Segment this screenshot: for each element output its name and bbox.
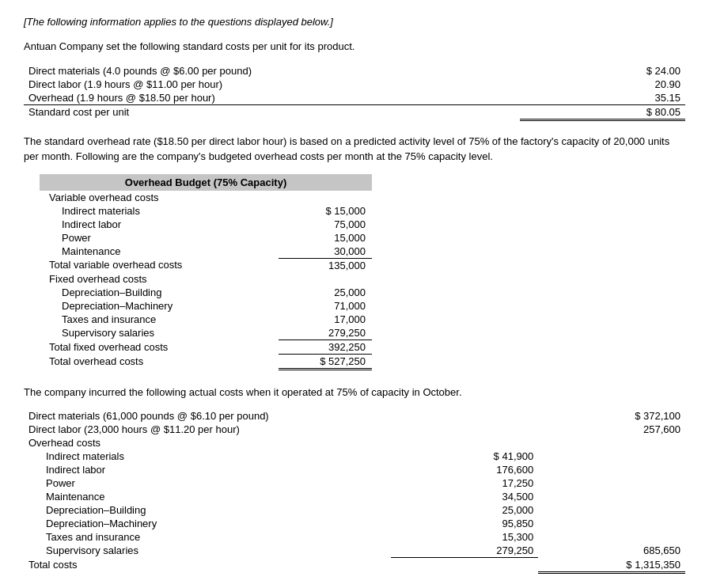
- act-dm-mid: [391, 409, 538, 423]
- var-total-value: 135,000: [279, 258, 372, 272]
- act-dl-mid: [391, 423, 538, 436]
- intro-text: [The following information applies to th…: [24, 16, 685, 28]
- act-oh-3-label: Power: [24, 476, 391, 490]
- table-row: Indirect labor 75,000: [40, 218, 372, 231]
- act-oh-4-label: Maintenance: [24, 490, 391, 503]
- var-item-2-label: Indirect labor: [40, 218, 279, 231]
- table-row: Depreciation–Building 25,000: [24, 503, 685, 517]
- overhead-rate-text: The standard overhead rate ($18.50 per d…: [24, 134, 685, 165]
- overhead-costs-header: Overhead costs: [24, 436, 685, 450]
- fix-item-2-value: 71,000: [279, 299, 372, 313]
- act-oh-label: Overhead costs: [24, 436, 391, 450]
- actual-costs-table: Direct materials (61,000 pounds @ $6.10 …: [24, 409, 685, 574]
- fixed-total-row: Total fixed overhead costs 392,250: [40, 340, 372, 354]
- table-row: Standard cost per unit $ 80.05: [24, 104, 685, 119]
- var-item-2-value: 75,000: [279, 218, 372, 231]
- table-row: Indirect materials $ 15,000: [40, 204, 372, 218]
- table-row: Supervisory salaries 279,250: [40, 326, 372, 340]
- var-total-label: Total variable overhead costs: [40, 258, 279, 272]
- act-oh-2-label: Indirect labor: [24, 463, 391, 476]
- table-row: Depreciation–Building 25,000: [40, 286, 372, 299]
- table-row: Direct labor (23,000 hours @ $11.20 per …: [24, 423, 685, 436]
- act-oh-1-mid: $ 41,900: [391, 450, 538, 463]
- budget-section: Overhead Budget (75% Capacity) Variable …: [24, 174, 685, 370]
- act-dl-right: 257,600: [538, 423, 685, 436]
- grand-total-row: Total overhead costs $ 527,250: [40, 354, 372, 369]
- act-oh-1-label: Indirect materials: [24, 450, 391, 463]
- sc-value-1: $ 24.00: [520, 64, 685, 78]
- table-row: Indirect materials $ 41,900: [24, 450, 685, 463]
- standard-costs-table: Direct materials (4.0 pounds @ $6.00 per…: [24, 64, 685, 121]
- table-row: Depreciation–Machinery 95,850: [24, 517, 685, 530]
- sc-label-1: Direct materials (4.0 pounds @ $6.00 per…: [24, 64, 520, 78]
- table-row: Taxes and insurance 17,000: [40, 313, 372, 326]
- table-row: Taxes and insurance 15,300: [24, 530, 685, 544]
- setup-text: Antuan Company set the following standar…: [24, 39, 685, 55]
- table-row: Maintenance 30,000: [40, 245, 372, 259]
- fix-item-1-label: Depreciation–Building: [40, 286, 279, 299]
- variable-total-row: Total variable overhead costs 135,000: [40, 258, 372, 272]
- fixed-header-label: Fixed overhead costs: [40, 272, 372, 286]
- act-oh-7-label: Taxes and insurance: [24, 530, 391, 544]
- var-item-4-value: 30,000: [279, 245, 372, 259]
- sc-value-4: $ 80.05: [520, 104, 685, 119]
- fix-total-value: 392,250: [279, 340, 372, 354]
- actual-intro: The company incurred the following actua…: [24, 385, 685, 400]
- table-row: Depreciation–Machinery 71,000: [40, 299, 372, 313]
- fixed-overhead-header: Fixed overhead costs: [40, 272, 372, 286]
- table-row: Power 17,250: [24, 476, 685, 490]
- act-oh-8-mid: 279,250: [391, 544, 538, 558]
- actual-total-row: Total costs $ 1,315,350: [24, 558, 685, 573]
- fix-item-4-label: Supervisory salaries: [40, 326, 279, 340]
- act-oh-6-mid: 95,850: [391, 517, 538, 530]
- sc-value-2: 20.90: [520, 78, 685, 91]
- sc-value-3: 35.15: [520, 91, 685, 105]
- act-oh-5-mid: 25,000: [391, 503, 538, 517]
- table-row: Maintenance 34,500: [24, 490, 685, 503]
- var-item-3-value: 15,000: [279, 231, 372, 245]
- variable-header-label: Variable overhead costs: [40, 191, 372, 204]
- table-row: Indirect labor 176,600: [24, 463, 685, 476]
- actual-total-value: $ 1,315,350: [538, 558, 685, 573]
- fix-item-4-value: 279,250: [279, 326, 372, 340]
- grand-total-value: $ 527,250: [279, 354, 372, 369]
- act-dm-right: $ 372,100: [538, 409, 685, 423]
- var-item-1-value: $ 15,000: [279, 204, 372, 218]
- var-item-3-label: Power: [40, 231, 279, 245]
- var-item-1-label: Indirect materials: [40, 204, 279, 218]
- table-row: Direct materials (4.0 pounds @ $6.00 per…: [24, 64, 685, 78]
- fix-total-label: Total fixed overhead costs: [40, 340, 279, 354]
- table-row: Direct materials (61,000 pounds @ $6.10 …: [24, 409, 685, 423]
- sc-label-2: Direct labor (1.9 hours @ $11.00 per hou…: [24, 78, 520, 91]
- act-oh-5-label: Depreciation–Building: [24, 503, 391, 517]
- act-dl-label: Direct labor (23,000 hours @ $11.20 per …: [24, 423, 391, 436]
- act-oh-6-label: Depreciation–Machinery: [24, 517, 391, 530]
- act-oh-3-mid: 17,250: [391, 476, 538, 490]
- act-dm-label: Direct materials (61,000 pounds @ $6.10 …: [24, 409, 391, 423]
- table-row: Supervisory salaries 279,250 685,650: [24, 544, 685, 558]
- grand-total-label: Total overhead costs: [40, 354, 279, 369]
- table-row: Power 15,000: [40, 231, 372, 245]
- fix-item-3-label: Taxes and insurance: [40, 313, 279, 326]
- act-oh-2-mid: 176,600: [391, 463, 538, 476]
- variable-overhead-header: Variable overhead costs: [40, 191, 372, 204]
- actual-total-label: Total costs: [24, 558, 391, 573]
- act-oh-8-label: Supervisory salaries: [24, 544, 391, 558]
- budget-table-title: Overhead Budget (75% Capacity): [40, 174, 372, 191]
- act-oh-7-mid: 15,300: [391, 530, 538, 544]
- var-item-4-label: Maintenance: [40, 245, 279, 259]
- table-row: Overhead (1.9 hours @ $18.50 per hour) 3…: [24, 91, 685, 105]
- budget-table: Overhead Budget (75% Capacity) Variable …: [40, 174, 372, 370]
- sc-label-3: Overhead (1.9 hours @ $18.50 per hour): [24, 91, 520, 105]
- fix-item-2-label: Depreciation–Machinery: [40, 299, 279, 313]
- act-oh-8-right: 685,650: [538, 544, 685, 558]
- fix-item-3-value: 17,000: [279, 313, 372, 326]
- fix-item-1-value: 25,000: [279, 286, 372, 299]
- sc-label-4: Standard cost per unit: [24, 104, 520, 119]
- table-row: Direct labor (1.9 hours @ $11.00 per hou…: [24, 78, 685, 91]
- act-oh-4-mid: 34,500: [391, 490, 538, 503]
